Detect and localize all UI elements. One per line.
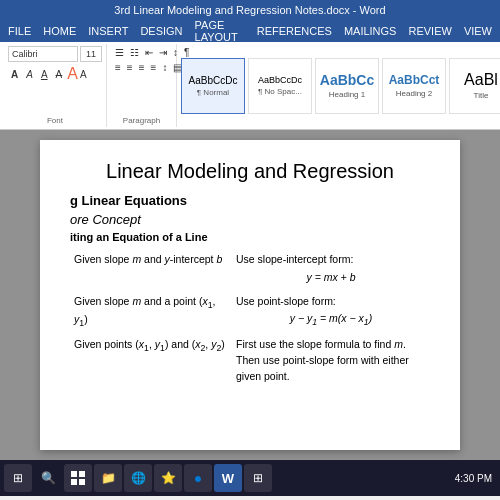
style-heading1[interactable]: AaBbCc Heading 1 xyxy=(315,58,379,114)
font-section: Calibri 11 A A A A A A Font xyxy=(4,44,107,127)
title-bar-text: 3rd Linear Modeling and Regression Notes… xyxy=(114,4,385,16)
style-title-label: Title xyxy=(474,91,489,100)
align-left-button[interactable]: ≡ xyxy=(113,61,123,74)
concept-heading-text: ore Concept xyxy=(70,212,141,227)
line-spacing-button[interactable]: ↕ xyxy=(160,61,169,74)
menu-file[interactable]: FILE xyxy=(8,25,31,37)
table-row: Given points (x1, y1) and (x2, y2) First… xyxy=(70,334,430,387)
svg-rect-3 xyxy=(79,479,85,485)
numbering-button[interactable]: ☷ xyxy=(128,46,141,59)
paragraph-section: ☰ ☷ ⇤ ⇥ ↕ ¶ ≡ ≡ ≡ ≡ ↕ ▤ ⊞ Paragraph xyxy=(107,44,177,127)
style-normal-preview: AaBbCcDc xyxy=(189,75,238,86)
menu-home[interactable]: HOME xyxy=(43,25,76,37)
taskbar-circle-button[interactable]: ● xyxy=(184,464,212,492)
section-heading-text: g Linear Equations xyxy=(70,193,187,208)
underline-button[interactable]: A xyxy=(38,68,51,81)
style-title-preview: AaBl xyxy=(464,71,498,89)
align-right-button[interactable]: ≡ xyxy=(137,61,147,74)
style-nospace[interactable]: AaBbCcDc ¶ No Spac... xyxy=(248,58,312,114)
svg-rect-1 xyxy=(79,471,85,477)
table-row: Given slope m and y-intercept b Use slop… xyxy=(70,249,430,291)
taskbar-search-button[interactable]: 🔍 xyxy=(34,464,62,492)
style-nospace-preview: AaBbCcDc xyxy=(258,75,302,85)
taskbar-clock: 4:30 PM xyxy=(451,473,496,484)
taskbar-taskview-button[interactable] xyxy=(64,464,92,492)
menu-bar: FILE HOME INSERT DESIGN PAGE LAYOUT REFE… xyxy=(0,20,500,42)
title-bar: 3rd Linear Modeling and Regression Notes… xyxy=(0,0,500,20)
style-nospace-label: ¶ No Spac... xyxy=(258,87,302,96)
style-normal[interactable]: AaBbCcDc ¶ Normal xyxy=(181,58,245,114)
style-title[interactable]: AaBl Title xyxy=(449,58,500,114)
style-normal-label: ¶ Normal xyxy=(197,88,229,97)
style-h1-label: Heading 1 xyxy=(329,90,365,99)
taskbar-browser[interactable]: 🌐 xyxy=(124,464,152,492)
taskbar-start-button[interactable]: ⊞ xyxy=(4,464,32,492)
document-title: Linear Modeling and Regression xyxy=(70,160,430,183)
italic-button[interactable]: A xyxy=(23,68,36,81)
svg-rect-0 xyxy=(71,471,77,477)
svg-rect-2 xyxy=(71,479,77,485)
eq-right-3: First use the slope formula to find m. T… xyxy=(232,334,430,387)
indent-increase-button[interactable]: ⇥ xyxy=(157,46,169,59)
menu-view[interactable]: VIEW xyxy=(464,25,492,37)
taskbar-grid-button[interactable]: ⊞ xyxy=(244,464,272,492)
table-row: Given slope m and a point (x1, y1) Use p… xyxy=(70,291,430,335)
indent-decrease-button[interactable]: ⇤ xyxy=(143,46,155,59)
font-select[interactable]: Calibri xyxy=(8,46,78,62)
ribbon: Calibri 11 A A A A A A Font ☰ ☷ ⇤ ⇥ ↕ ¶ xyxy=(0,42,500,130)
style-h2-label: Heading 2 xyxy=(396,89,432,98)
taskbar-file-explorer[interactable]: 📁 xyxy=(94,464,122,492)
eq-left-2: Given slope m and a point (x1, y1) xyxy=(70,291,232,335)
font-label: Font xyxy=(8,116,102,125)
document-area: Linear Modeling and Regression g Linear … xyxy=(0,130,500,460)
menu-design[interactable]: DESIGN xyxy=(140,25,182,37)
style-h2-preview: AaBbCct xyxy=(389,73,440,87)
equation-table: Given slope m and y-intercept b Use slop… xyxy=(70,249,430,388)
taskbar-star-button[interactable]: ⭐ xyxy=(154,464,182,492)
concept-heading: ore Concept xyxy=(70,212,430,227)
styles-section: AaBbCcDc ¶ Normal AaBbCcDc ¶ No Spac... … xyxy=(177,44,500,127)
menu-mailings[interactable]: MAILINGS xyxy=(344,25,397,37)
document-page[interactable]: Linear Modeling and Regression g Linear … xyxy=(40,140,460,450)
style-heading2[interactable]: AaBbCct Heading 2 xyxy=(382,58,446,114)
clock-time: 4:30 PM xyxy=(455,473,492,484)
eq-left-1: Given slope m and y-intercept b xyxy=(70,249,232,291)
align-center-button[interactable]: ≡ xyxy=(125,61,135,74)
menu-insert[interactable]: INSERT xyxy=(88,25,128,37)
eq-right-2: Use point-slope form: y − y1 = m(x − x1) xyxy=(232,291,430,335)
taskbar-word-button[interactable]: W xyxy=(214,464,242,492)
sub-heading-text: iting an Equation of a Line xyxy=(70,231,208,243)
menu-review[interactable]: REVIEW xyxy=(408,25,451,37)
menu-page-layout[interactable]: PAGE LAYOUT xyxy=(195,19,245,43)
eq-left-3: Given points (x1, y1) and (x2, y2) xyxy=(70,334,232,387)
justify-button[interactable]: ≡ xyxy=(149,61,159,74)
font-size-select[interactable]: 11 xyxy=(80,46,102,62)
taskbar: ⊞ 🔍 📁 🌐 ⭐ ● W ⊞ 4:30 PM xyxy=(0,460,500,496)
paragraph-label: Paragraph xyxy=(113,116,170,125)
strikethrough-button[interactable]: A xyxy=(53,68,66,81)
bold-button[interactable]: A xyxy=(8,68,21,81)
style-h1-preview: AaBbCc xyxy=(320,72,374,88)
bullets-button[interactable]: ☰ xyxy=(113,46,126,59)
menu-references[interactable]: REFERENCES xyxy=(257,25,332,37)
eq-right-1: Use slope-intercept form: y = mx + b xyxy=(232,249,430,291)
sub-heading: iting an Equation of a Line xyxy=(70,231,430,243)
section-heading: g Linear Equations xyxy=(70,193,430,208)
